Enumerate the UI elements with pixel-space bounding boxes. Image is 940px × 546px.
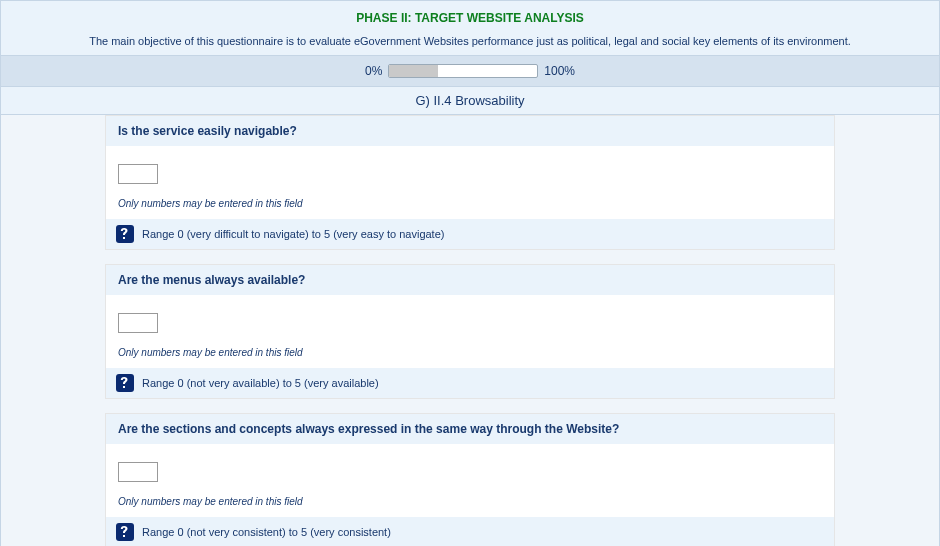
question-block: Are the sections and concepts always exp…: [105, 413, 835, 546]
progress-section: 0% 100%: [1, 56, 939, 87]
question-body: Only numbers may be entered in this fiel…: [106, 295, 834, 368]
range-row: Range 0 (not very consistent) to 5 (very…: [106, 517, 834, 546]
question-input[interactable]: [118, 313, 158, 333]
question-title: Are the menus always available?: [106, 265, 834, 295]
range-text: Range 0 (not very consistent) to 5 (very…: [142, 526, 391, 538]
progress-fill: [389, 65, 438, 77]
question-hint: Only numbers may be entered in this fiel…: [118, 347, 822, 358]
range-text: Range 0 (not very available) to 5 (very …: [142, 377, 379, 389]
question-title: Are the sections and concepts always exp…: [106, 414, 834, 444]
question-hint: Only numbers may be entered in this fiel…: [118, 198, 822, 209]
page: PHASE II: TARGET WEBSITE ANALYSIS The ma…: [0, 0, 940, 546]
range-row: Range 0 (very difficult to navigate) to …: [106, 219, 834, 249]
help-icon[interactable]: [116, 374, 134, 392]
question-hint: Only numbers may be entered in this fiel…: [118, 496, 822, 507]
question-block: Are the menus always available? Only num…: [105, 264, 835, 399]
header-section: PHASE II: TARGET WEBSITE ANALYSIS The ma…: [1, 1, 939, 56]
help-icon[interactable]: [116, 523, 134, 541]
help-icon[interactable]: [116, 225, 134, 243]
objective-text: The main objective of this questionnaire…: [21, 35, 919, 47]
progress-right-label: 100%: [544, 64, 575, 78]
progress-left-label: 0%: [365, 64, 382, 78]
question-body: Only numbers may be entered in this fiel…: [106, 444, 834, 517]
question-input[interactable]: [118, 462, 158, 482]
question-body: Only numbers may be entered in this fiel…: [106, 146, 834, 219]
question-input[interactable]: [118, 164, 158, 184]
progress-wrap: 0% 100%: [365, 64, 575, 78]
range-row: Range 0 (not very available) to 5 (very …: [106, 368, 834, 398]
question-block: Is the service easily navigable? Only nu…: [105, 115, 835, 250]
question-title: Is the service easily navigable?: [106, 116, 834, 146]
range-text: Range 0 (very difficult to navigate) to …: [142, 228, 444, 240]
progress-bar: [388, 64, 538, 78]
phase-title: PHASE II: TARGET WEBSITE ANALYSIS: [21, 11, 919, 25]
questions-area: Is the service easily navigable? Only nu…: [1, 115, 939, 546]
section-title: G) II.4 Browsability: [1, 87, 939, 115]
